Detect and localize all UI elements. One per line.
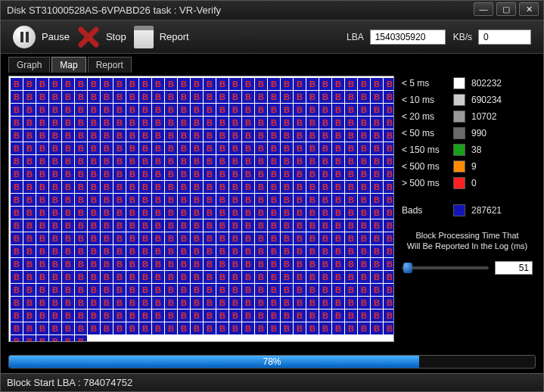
block-cell: B bbox=[88, 194, 100, 206]
block-cell: B bbox=[319, 258, 331, 270]
block-cell: B bbox=[204, 168, 216, 180]
block-cell: B bbox=[165, 271, 177, 283]
report-label: Report bbox=[160, 31, 189, 42]
block-cell: B bbox=[216, 155, 228, 167]
block-cell: B bbox=[139, 104, 151, 116]
block-cell: B bbox=[101, 91, 113, 103]
block-cell: B bbox=[101, 322, 113, 334]
tab-graph[interactable]: Graph bbox=[8, 57, 50, 73]
block-cell: B bbox=[49, 310, 61, 322]
block-cell: B bbox=[49, 284, 61, 296]
block-cell: B bbox=[101, 117, 113, 129]
tab-report[interactable]: Report bbox=[88, 57, 132, 73]
block-cell: B bbox=[294, 322, 306, 334]
block-cell: B bbox=[113, 155, 126, 167]
maximize-button[interactable]: ▢ bbox=[496, 2, 516, 16]
block-cell: B bbox=[49, 232, 61, 244]
legend-label: < 10 ms bbox=[402, 95, 447, 105]
lba-input[interactable] bbox=[370, 30, 446, 45]
block-cell: B bbox=[358, 310, 370, 322]
block-cell: B bbox=[152, 142, 164, 154]
block-cell: B bbox=[88, 181, 100, 193]
block-cell: B bbox=[178, 78, 190, 90]
block-cell: B bbox=[306, 142, 319, 154]
block-cell: B bbox=[23, 245, 36, 257]
block-cell: B bbox=[255, 322, 267, 334]
block-cell: B bbox=[152, 297, 164, 309]
block-cell: B bbox=[101, 155, 113, 167]
block-cell: B bbox=[281, 271, 293, 283]
block-cell: B bbox=[23, 322, 36, 334]
tab-map[interactable]: Map bbox=[51, 57, 85, 73]
threshold-value-input[interactable] bbox=[495, 261, 533, 275]
block-cell: B bbox=[165, 104, 177, 116]
block-cell: B bbox=[294, 271, 306, 283]
block-cell: B bbox=[191, 194, 203, 206]
block-cell: B bbox=[229, 155, 241, 167]
block-cell: B bbox=[384, 297, 394, 309]
block-cell: B bbox=[152, 168, 164, 180]
block-cell: B bbox=[11, 219, 23, 232]
block-cell: B bbox=[49, 129, 61, 142]
threshold-slider[interactable] bbox=[402, 266, 489, 269]
block-cell: B bbox=[75, 297, 87, 309]
block-cell: B bbox=[75, 258, 87, 270]
block-cell: B bbox=[139, 207, 151, 219]
block-cell: B bbox=[216, 91, 228, 103]
block-cell: B bbox=[281, 245, 293, 257]
block-cell: B bbox=[36, 117, 48, 129]
block-cell: B bbox=[306, 194, 319, 206]
block-cell: B bbox=[294, 181, 306, 193]
block-cell: B bbox=[88, 271, 100, 283]
block-cell: B bbox=[268, 104, 280, 116]
report-button[interactable]: Report bbox=[134, 26, 189, 48]
block-cell: B bbox=[75, 129, 87, 142]
block-cell: B bbox=[255, 168, 267, 180]
block-cell: B bbox=[139, 117, 151, 129]
legend-count: 9 bbox=[471, 161, 477, 172]
block-cell: B bbox=[332, 78, 344, 90]
kbs-input[interactable] bbox=[478, 30, 531, 45]
pause-button[interactable]: Pause bbox=[13, 26, 70, 48]
block-cell: B bbox=[23, 219, 36, 232]
block-cell: B bbox=[242, 142, 254, 154]
block-cell: B bbox=[229, 297, 241, 309]
block-cell: B bbox=[294, 219, 306, 232]
block-cell: B bbox=[49, 258, 61, 270]
block-cell: B bbox=[11, 310, 23, 322]
close-button[interactable]: ✕ bbox=[519, 2, 539, 16]
block-cell: B bbox=[229, 310, 241, 322]
block-cell: B bbox=[152, 129, 164, 142]
slider-thumb-icon[interactable] bbox=[403, 263, 412, 273]
minimize-button[interactable]: — bbox=[474, 2, 493, 16]
stop-button[interactable]: Stop bbox=[77, 26, 126, 48]
block-cell: B bbox=[345, 91, 357, 103]
block-cell: B bbox=[126, 129, 138, 142]
block-cell: B bbox=[88, 207, 100, 219]
block-cell: B bbox=[281, 219, 293, 232]
block-cell: B bbox=[204, 207, 216, 219]
block-cell: B bbox=[268, 310, 280, 322]
block-cell: B bbox=[11, 284, 23, 296]
block-cell: B bbox=[152, 219, 164, 232]
block-cell: B bbox=[178, 284, 190, 296]
block-cell: B bbox=[384, 207, 394, 219]
block-cell: B bbox=[306, 297, 319, 309]
block-cell: B bbox=[242, 258, 254, 270]
block-cell: B bbox=[49, 155, 61, 167]
block-cell: B bbox=[23, 258, 36, 270]
legend-count: 690234 bbox=[471, 95, 502, 105]
block-cell: B bbox=[126, 91, 138, 103]
block-cell: B bbox=[88, 91, 100, 103]
block-cell: B bbox=[75, 219, 87, 232]
block-cell: B bbox=[306, 91, 319, 103]
block-cell: B bbox=[345, 284, 357, 296]
block-cell: B bbox=[281, 78, 293, 90]
block-cell: B bbox=[281, 129, 293, 142]
block-cell: B bbox=[62, 258, 74, 270]
block-cell: B bbox=[165, 258, 177, 270]
block-cell: B bbox=[165, 117, 177, 129]
block-cell: B bbox=[371, 232, 383, 244]
slider-title: Block Processing Time ThatWill Be Report… bbox=[402, 230, 533, 252]
block-cell: B bbox=[268, 219, 280, 232]
